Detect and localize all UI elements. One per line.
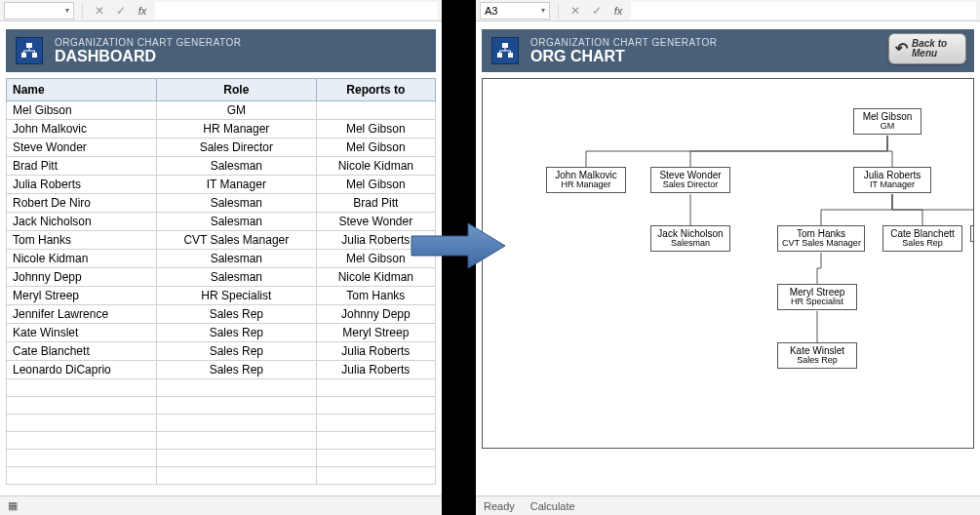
table-row[interactable] — [7, 432, 436, 450]
table-row[interactable]: Steve WonderSales DirectorMel Gibson — [7, 139, 436, 157]
org-node[interactable]: Kate WinsletSales Rep — [777, 342, 857, 369]
cell-name[interactable]: Johnny Depp — [7, 268, 157, 287]
cell-role[interactable]: HR Specialist — [157, 287, 317, 305]
col-role[interactable]: Role — [157, 79, 317, 101]
org-node[interactable]: Cate BlanchettSales Rep — [882, 225, 962, 252]
cell-reports[interactable]: Meryl Streep — [316, 324, 435, 342]
name-box[interactable]: ▾ — [4, 2, 74, 20]
cell-role[interactable]: Salesman — [157, 250, 317, 268]
cell-role[interactable]: IT Manager — [157, 176, 317, 194]
app-subtitle: ORGANIZATION CHART GENERATOR — [55, 37, 241, 48]
name-box[interactable]: A3 ▾ — [480, 2, 550, 20]
cell-reports[interactable]: Johnny Depp — [316, 305, 435, 324]
table-row[interactable]: Jennifer LawrenceSales RepJohnny Depp — [7, 305, 436, 324]
formula-input[interactable] — [631, 2, 976, 20]
check-icon[interactable]: ✓ — [588, 2, 606, 20]
org-node[interactable]: Julia RobertsIT Manager — [853, 167, 931, 193]
table-row[interactable]: Leonardo DiCaprioSales RepJulia Roberts — [7, 361, 436, 379]
cell-name[interactable]: Nicole Kidman — [7, 250, 157, 268]
cell-name[interactable]: Robert De Niro — [7, 194, 157, 213]
cell-role[interactable]: Sales Rep — [157, 305, 317, 324]
table-row[interactable] — [7, 450, 436, 467]
svg-rect-0 — [26, 43, 32, 48]
org-chart-canvas[interactable]: Mel GibsonGMJohn MalkovicHR ManagerSteve… — [482, 78, 974, 449]
table-row[interactable]: John MalkovicHR ManagerMel Gibson — [7, 120, 436, 139]
table-row[interactable]: Brad PittSalesmanNicole Kidman — [7, 157, 436, 176]
table-row[interactable]: Nicole KidmanSalesmanMel Gibson — [7, 250, 436, 268]
sheet-area[interactable]: Name Role Reports to Mel GibsonGMJohn Ma… — [0, 78, 442, 497]
org-node[interactable]: Leo — [970, 225, 974, 242]
cell-name[interactable]: Tom Hanks — [7, 231, 157, 250]
cell-role[interactable]: Salesman — [157, 194, 317, 213]
cell-name[interactable]: Cate Blanchett — [7, 342, 157, 361]
org-node[interactable]: Mel GibsonGM — [853, 108, 921, 135]
table-row[interactable]: Mel GibsonGM — [7, 101, 436, 120]
cancel-icon[interactable]: ✕ — [91, 2, 108, 20]
fx-icon[interactable]: fx — [134, 2, 151, 20]
cell-reports[interactable]: Mel Gibson — [316, 139, 435, 157]
cell-name[interactable]: Jack Nicholson — [7, 213, 157, 231]
table-row[interactable]: Kate WinsletSales RepMeryl Streep — [7, 324, 436, 342]
cell-reports[interactable]: Julia Roberts — [316, 361, 435, 379]
org-node[interactable]: Steve WonderSales Director — [650, 167, 730, 193]
cell-role[interactable]: GM — [157, 101, 317, 120]
back-label: Back to Menu — [912, 39, 960, 59]
cell-name[interactable]: Steve Wonder — [7, 139, 157, 157]
orgchart-pane: A3 ▾ ✕ ✓ fx ORGANIZATION CHART GENERATOR… — [476, 0, 980, 515]
table-row[interactable] — [7, 379, 436, 397]
cell-role[interactable]: Sales Director — [157, 139, 317, 157]
check-icon[interactable]: ✓ — [112, 2, 130, 20]
chevron-down-icon: ▾ — [65, 6, 69, 15]
cell-role[interactable]: Salesman — [157, 213, 317, 231]
cell-name[interactable]: Brad Pitt — [7, 157, 157, 176]
table-row[interactable]: Tom HanksCVT Sales ManagerJulia Roberts — [7, 231, 436, 250]
table-row[interactable]: Jack NicholsonSalesmanSteve Wonder — [7, 213, 436, 231]
cell-reports[interactable] — [316, 101, 435, 120]
org-node[interactable]: Jack NicholsonSalesman — [650, 225, 730, 252]
cell-name[interactable]: Julia Roberts — [7, 176, 157, 194]
cell-name[interactable]: Kate Winslet — [7, 324, 157, 342]
org-node[interactable]: Meryl StreepHR Specialist — [777, 284, 857, 310]
cell-role[interactable]: Sales Rep — [157, 361, 317, 379]
cell-name[interactable]: Meryl Streep — [7, 287, 157, 305]
transition-arrow-icon — [410, 219, 507, 272]
cell-reports[interactable]: Brad Pitt — [316, 194, 435, 213]
employee-table[interactable]: Name Role Reports to Mel GibsonGMJohn Ma… — [6, 78, 436, 485]
cell-name[interactable]: John Malkovic — [7, 120, 157, 139]
cell-reports[interactable]: Nicole Kidman — [316, 157, 435, 176]
svg-rect-1 — [21, 53, 26, 58]
cell-name[interactable]: Leonardo DiCaprio — [7, 361, 157, 379]
cell-role[interactable]: CVT Sales Manager — [157, 231, 317, 250]
sheet-tab-icon[interactable]: ▦ — [8, 499, 18, 512]
table-row[interactable]: Meryl StreepHR SpecialistTom Hanks — [7, 287, 436, 305]
table-row[interactable] — [7, 415, 436, 432]
cell-role[interactable]: Sales Rep — [157, 324, 317, 342]
table-row[interactable]: Cate BlanchettSales RepJulia Roberts — [7, 342, 436, 361]
cell-name[interactable]: Jennifer Lawrence — [7, 305, 157, 324]
cell-reports[interactable]: Mel Gibson — [316, 120, 435, 139]
fx-icon[interactable]: fx — [609, 2, 627, 20]
cell-name[interactable]: Mel Gibson — [7, 101, 157, 120]
cell-role[interactable]: Salesman — [157, 157, 317, 176]
table-row[interactable] — [7, 467, 436, 485]
cell-role[interactable]: Sales Rep — [157, 342, 317, 361]
org-node[interactable]: John MalkovicHR Manager — [546, 167, 626, 193]
table-row[interactable]: Julia RobertsIT ManagerMel Gibson — [7, 176, 436, 194]
org-node[interactable]: Tom HanksCVT Sales Manager — [777, 225, 865, 252]
col-name[interactable]: Name — [7, 79, 157, 101]
cell-reports[interactable]: Mel Gibson — [316, 176, 435, 194]
table-row[interactable]: Johnny DeppSalesmanNicole Kidman — [7, 268, 436, 287]
cell-role[interactable]: Salesman — [157, 268, 317, 287]
cell-reports[interactable]: Julia Roberts — [316, 342, 435, 361]
separator — [558, 3, 559, 19]
table-row[interactable] — [7, 397, 436, 415]
cell-reports[interactable]: Tom Hanks — [316, 287, 435, 305]
back-to-menu-button[interactable]: ↶ Back to Menu — [888, 33, 966, 64]
cancel-icon[interactable]: ✕ — [567, 2, 584, 20]
formula-input[interactable] — [155, 2, 438, 20]
table-row[interactable]: Robert De NiroSalesmanBrad Pitt — [7, 194, 436, 213]
header-banner: ORGANIZATION CHART GENERATOR ORG CHART ↶… — [482, 29, 974, 72]
separator — [82, 3, 83, 19]
cell-role[interactable]: HR Manager — [157, 120, 317, 139]
col-reports[interactable]: Reports to — [316, 79, 435, 101]
